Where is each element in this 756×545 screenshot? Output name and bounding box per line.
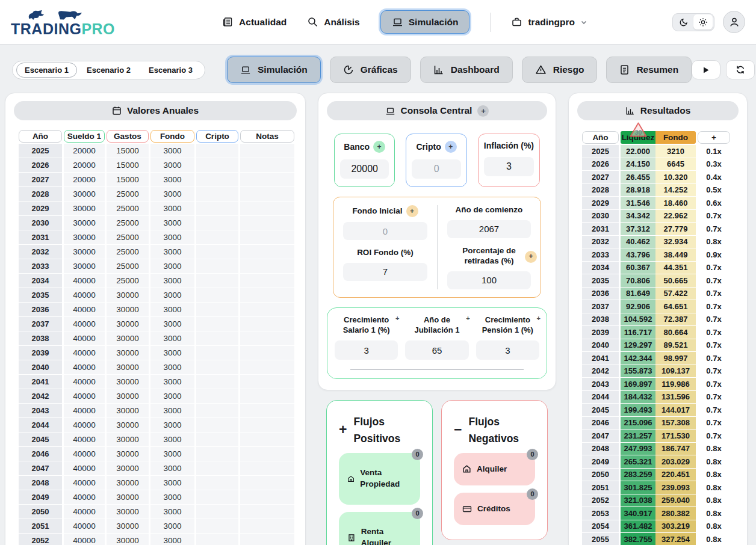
- value-cell[interactable]: 3000: [150, 144, 194, 158]
- value-cell[interactable]: 30000: [107, 490, 149, 504]
- crec-pension-input[interactable]: 3: [476, 340, 539, 360]
- user-avatar[interactable]: [723, 11, 745, 33]
- value-cell[interactable]: [240, 519, 294, 533]
- scenario-2-tab[interactable]: Escenario 2: [78, 63, 139, 78]
- value-cell[interactable]: [196, 433, 238, 446]
- value-cell[interactable]: 40000: [64, 447, 105, 461]
- col-liquidez[interactable]: Liquidez: [621, 131, 655, 144]
- value-cell[interactable]: [240, 389, 294, 403]
- value-cell[interactable]: 30000: [107, 389, 149, 403]
- value-cell[interactable]: 30000: [64, 230, 105, 244]
- value-cell[interactable]: [240, 259, 294, 273]
- value-cell[interactable]: 30000: [107, 360, 149, 374]
- value-cell[interactable]: [196, 187, 238, 201]
- value-cell[interactable]: 40000: [64, 404, 105, 417]
- retiradas-add-button[interactable]: +: [525, 251, 537, 263]
- value-cell[interactable]: [240, 331, 294, 345]
- value-cell[interactable]: 40000: [64, 418, 105, 432]
- value-cell[interactable]: [240, 245, 294, 259]
- renta-alquiler-card[interactable]: Renta Alquiler 0: [339, 512, 420, 545]
- value-cell[interactable]: [196, 418, 238, 432]
- theme-toggle[interactable]: [672, 13, 714, 31]
- value-cell[interactable]: 30000: [107, 519, 149, 533]
- value-cell[interactable]: 40000: [64, 303, 105, 316]
- value-cell[interactable]: [196, 303, 238, 316]
- value-cell[interactable]: 3000: [150, 303, 194, 316]
- value-cell[interactable]: [196, 404, 238, 417]
- value-cell[interactable]: [196, 346, 238, 360]
- value-cell[interactable]: 30000: [64, 245, 105, 259]
- value-cell[interactable]: [240, 346, 294, 360]
- value-cell[interactable]: [240, 461, 294, 475]
- value-cell[interactable]: 30000: [107, 346, 149, 360]
- view-riesgo-button[interactable]: Riesgo: [522, 57, 598, 83]
- value-cell[interactable]: [240, 404, 294, 417]
- value-cell[interactable]: 3000: [150, 505, 194, 519]
- value-cell[interactable]: [240, 505, 294, 519]
- value-cell[interactable]: 40000: [64, 389, 105, 403]
- value-cell[interactable]: 3000: [150, 404, 194, 417]
- creditos-card[interactable]: Créditos 0: [454, 493, 535, 525]
- fondo-inicial-add-button[interactable]: +: [406, 205, 418, 217]
- value-cell[interactable]: 40000: [64, 274, 105, 288]
- view-graficas-button[interactable]: Gráficas: [330, 57, 411, 83]
- value-cell[interactable]: [196, 331, 238, 345]
- value-cell[interactable]: 40000: [64, 519, 105, 533]
- value-cell[interactable]: 40000: [64, 331, 105, 345]
- banco-add-button[interactable]: +: [373, 141, 385, 153]
- value-cell[interactable]: 15000: [107, 158, 149, 172]
- value-cell[interactable]: [196, 389, 238, 403]
- fondo-inicial-input[interactable]: 0: [343, 222, 427, 240]
- value-cell[interactable]: [196, 505, 238, 519]
- value-cell[interactable]: [240, 317, 294, 331]
- value-cell[interactable]: 30000: [107, 476, 149, 490]
- value-cell[interactable]: 40000: [64, 360, 105, 374]
- col-cripto[interactable]: Cripto: [196, 130, 238, 143]
- value-cell[interactable]: 3000: [150, 187, 194, 201]
- value-cell[interactable]: 25000: [107, 230, 149, 244]
- value-cell[interactable]: 3000: [150, 360, 194, 374]
- value-cell[interactable]: 40000: [64, 476, 105, 490]
- value-cell[interactable]: [196, 259, 238, 273]
- value-cell[interactable]: 40000: [64, 505, 105, 519]
- value-cell[interactable]: 3000: [150, 274, 194, 288]
- value-cell[interactable]: 3000: [150, 534, 194, 545]
- value-cell[interactable]: 40000: [64, 490, 105, 504]
- venta-propiedad-card[interactable]: Venta Propiedad 0: [339, 453, 420, 505]
- col-notas[interactable]: Notas: [240, 130, 294, 143]
- value-cell[interactable]: 40000: [64, 288, 105, 302]
- cripto-add-button[interactable]: +: [445, 141, 457, 153]
- value-cell[interactable]: 30000: [107, 433, 149, 446]
- value-cell[interactable]: 30000: [107, 404, 149, 417]
- value-cell[interactable]: 40000: [64, 433, 105, 446]
- value-cell[interactable]: 30000: [107, 505, 149, 519]
- value-cell[interactable]: [196, 461, 238, 475]
- view-resumen-button[interactable]: Resumen: [606, 57, 692, 83]
- scenario-3-tab[interactable]: Escenario 3: [140, 63, 201, 78]
- value-cell[interactable]: [196, 144, 238, 158]
- value-cell[interactable]: [240, 476, 294, 490]
- value-cell[interactable]: 25000: [107, 187, 149, 201]
- value-cell[interactable]: 3000: [150, 173, 194, 186]
- value-cell[interactable]: [196, 490, 238, 504]
- view-simulacion-button[interactable]: Simulación: [227, 57, 321, 83]
- value-cell[interactable]: 3000: [150, 375, 194, 389]
- col-sueldo[interactable]: Sueldo 1: [64, 130, 105, 143]
- inflacion-input[interactable]: 3: [484, 157, 534, 176]
- value-cell[interactable]: 30000: [64, 216, 105, 230]
- value-cell[interactable]: 30000: [107, 375, 149, 389]
- value-cell[interactable]: [240, 375, 294, 389]
- value-cell[interactable]: 3000: [150, 259, 194, 273]
- banco-input[interactable]: 20000: [340, 159, 389, 179]
- value-cell[interactable]: 40000: [64, 461, 105, 475]
- value-cell[interactable]: 25000: [107, 216, 149, 230]
- value-cell[interactable]: 15000: [107, 144, 149, 158]
- value-cell[interactable]: 3000: [150, 389, 194, 403]
- value-cell[interactable]: 3000: [150, 331, 194, 345]
- value-cell[interactable]: [240, 158, 294, 172]
- value-cell[interactable]: [196, 245, 238, 259]
- console-add-button[interactable]: +: [477, 105, 489, 117]
- value-cell[interactable]: [196, 534, 238, 545]
- workspace-menu[interactable]: tradingpro: [511, 16, 587, 28]
- value-cell[interactable]: 3000: [150, 216, 194, 230]
